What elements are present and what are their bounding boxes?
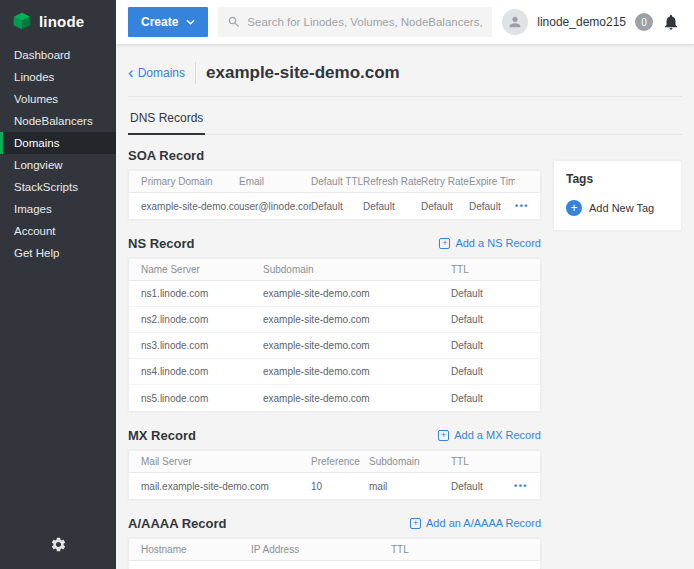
notification-count-badge: 0 — [635, 13, 653, 31]
ns-name-server: ns4.linode.com — [141, 366, 263, 377]
notifications-bell-icon[interactable] — [662, 13, 680, 31]
ns-subdomain: example-site-demo.com — [263, 366, 451, 377]
ns-subdomain: example-site-demo.com — [263, 288, 451, 299]
table-row: ns1.linode.com example-site-demo.com Def… — [129, 281, 540, 307]
column-header: Subdomain — [263, 264, 451, 275]
table-row: ns4.linode.com example-site-demo.com Def… — [129, 359, 540, 385]
settings-gear-icon[interactable] — [0, 524, 116, 569]
mx-subdomain: mail — [369, 481, 451, 492]
sidebar-item-domains[interactable]: Domains — [0, 132, 116, 154]
sidebar-item-account[interactable]: Account — [0, 220, 116, 242]
ns-ttl: Default — [451, 288, 528, 299]
column-header: Retry Rate — [421, 176, 469, 187]
breadcrumb-back-label: Domains — [138, 66, 185, 80]
sidebar-item-longview[interactable]: Longview — [0, 154, 116, 176]
mx-record-section: MX Record + Add a MX Record Mail Server … — [128, 427, 541, 500]
table-row: mail.example-site-demo.com 10 mail Defau… — [129, 473, 540, 499]
sidebar-item-nodebalancers[interactable]: NodeBalancers — [0, 110, 116, 132]
breadcrumb: ‹ Domains example-site-demo.com — [128, 54, 682, 97]
column-header: Refresh Rate — [363, 176, 421, 187]
column-header: Name Server — [141, 264, 263, 275]
sidebar-item-linodes[interactable]: Linodes — [0, 66, 116, 88]
mx-ttl: Default — [451, 481, 503, 492]
ns-ttl: Default — [451, 366, 528, 377]
add-new-tag-button[interactable]: + Add New Tag — [566, 200, 669, 216]
add-a-record-label: Add an A/AAAA Record — [426, 517, 541, 529]
ns-table: Name Server Subdomain TTL ns1.linode.com… — [128, 258, 541, 412]
mx-preference: 10 — [311, 481, 369, 492]
ns-table-header: Name Server Subdomain TTL — [129, 259, 540, 281]
chevron-left-icon: ‹ — [128, 64, 134, 81]
tags-panel: Tags + Add New Tag — [553, 160, 682, 231]
column-header: IP Address — [251, 544, 391, 555]
sidebar-item-images[interactable]: Images — [0, 198, 116, 220]
a-record-section: A/AAAA Record + Add an A/AAAA Record Hos… — [128, 515, 541, 569]
tab-bar: DNS Records — [128, 97, 682, 135]
user-cluster: linode_demo215 0 — [502, 9, 680, 35]
column-header: TTL — [451, 456, 503, 467]
a-section-title: A/AAAA Record — [128, 516, 226, 531]
column-header: TTL — [391, 544, 503, 555]
table-row: ns5.linode.com example-site-demo.com Def… — [129, 385, 540, 411]
column-header: Expire Time — [469, 176, 515, 187]
column-header: Hostname — [141, 544, 251, 555]
plus-square-icon: + — [439, 238, 450, 249]
ns-name-server: ns1.linode.com — [141, 288, 263, 299]
column-header: TTL — [451, 264, 528, 275]
create-button-label: Create — [141, 15, 178, 29]
soa-table: Primary Domain Email Default TTL Refresh… — [128, 170, 541, 220]
row-actions-button[interactable]: ••• — [515, 201, 529, 211]
soa-section-title: SOA Record — [128, 148, 204, 163]
username-button[interactable]: linode_demo215 — [537, 15, 626, 29]
soa-record-section: SOA Record Primary Domain Email Default … — [128, 147, 541, 220]
mx-mail-server: mail.example-site-demo.com — [141, 481, 311, 492]
search-bar[interactable] — [218, 7, 492, 37]
ns-name-server: ns2.linode.com — [141, 314, 263, 325]
ns-record-section: NS Record + Add a NS Record Name Server … — [128, 235, 541, 412]
breadcrumb-divider — [195, 62, 196, 84]
soa-primary-domain: example-site-demo.com — [141, 201, 239, 212]
sidebar-item-volumes[interactable]: Volumes — [0, 88, 116, 110]
breadcrumb-back-link[interactable]: ‹ Domains — [128, 66, 185, 81]
table-row: ns2.linode.com example-site-demo.com Def… — [129, 307, 540, 333]
ns-subdomain: example-site-demo.com — [263, 314, 451, 325]
soa-default-ttl: Default — [311, 201, 363, 212]
plus-square-icon: + — [438, 430, 449, 441]
add-ns-record-label: Add a NS Record — [455, 237, 541, 249]
tab-dns-records[interactable]: DNS Records — [128, 105, 205, 135]
ns-ttl: Default — [451, 314, 528, 325]
create-button[interactable]: Create — [128, 7, 208, 37]
sidebar: linode Dashboard Linodes Volumes NodeBal… — [0, 0, 116, 569]
a-table-header: Hostname IP Address TTL — [129, 539, 540, 561]
table-row: 45.79.13.74 Default ••• — [129, 561, 540, 569]
a-table: Hostname IP Address TTL 45.79.13.74 Defa… — [128, 538, 541, 569]
linode-cube-icon — [12, 11, 32, 31]
column-header: Subdomain — [369, 456, 451, 467]
linode-logo[interactable]: linode — [0, 0, 116, 44]
soa-expire-time: Default — [469, 201, 515, 212]
search-input[interactable] — [247, 16, 483, 28]
ns-subdomain: example-site-demo.com — [263, 393, 451, 404]
add-ns-record-link[interactable]: + Add a NS Record — [439, 237, 541, 249]
mx-section-title: MX Record — [128, 428, 196, 443]
plus-square-icon: + — [410, 518, 421, 529]
ns-name-server: ns5.linode.com — [141, 393, 263, 404]
sidebar-item-dashboard[interactable]: Dashboard — [0, 44, 116, 66]
soa-refresh-rate: Default — [363, 201, 421, 212]
mx-table-header: Mail Server Preference Subdomain TTL — [129, 451, 540, 473]
add-mx-record-link[interactable]: + Add a MX Record — [438, 429, 541, 441]
ns-subdomain: example-site-demo.com — [263, 340, 451, 351]
sidebar-nav: Dashboard Linodes Volumes NodeBalancers … — [0, 44, 116, 264]
page-title: example-site-demo.com — [206, 63, 400, 83]
sidebar-item-get-help[interactable]: Get Help — [0, 242, 116, 264]
row-actions-button[interactable]: ••• — [514, 481, 528, 491]
ns-ttl: Default — [451, 340, 528, 351]
soa-retry-rate: Default — [421, 201, 469, 212]
ns-ttl: Default — [451, 393, 528, 404]
add-a-record-link[interactable]: + Add an A/AAAA Record — [410, 517, 541, 529]
sidebar-item-stackscripts[interactable]: StackScripts — [0, 176, 116, 198]
column-header: Preference — [311, 456, 369, 467]
user-avatar[interactable] — [502, 9, 528, 35]
column-header: Default TTL — [311, 176, 363, 187]
ns-section-title: NS Record — [128, 236, 194, 251]
